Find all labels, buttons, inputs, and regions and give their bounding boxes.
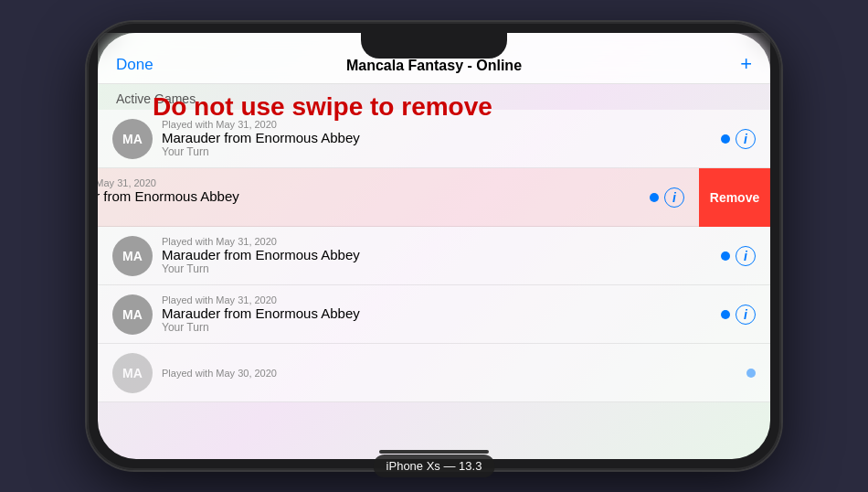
unread-indicator — [721, 310, 730, 319]
turn-label: Your Turn — [162, 262, 721, 275]
add-button[interactable]: + — [740, 54, 752, 74]
game-name: Marauder from Enormous Abbey — [162, 130, 721, 145]
game-name: Marauder from Enormous Abbey — [162, 247, 721, 262]
avatar-initials: MA — [122, 307, 143, 322]
avatar-initials: MA — [122, 366, 143, 380]
game-actions: i — [650, 187, 684, 208]
turn-label: Your Turn — [162, 145, 721, 158]
game-info: Played with May 30, 2020 — [162, 368, 746, 379]
iphone-frame: Done Mancala Fantasy - Online + Do not u… — [87, 22, 781, 470]
unread-indicator — [721, 134, 730, 144]
info-button[interactable]: i — [736, 129, 756, 149]
avatar-initials: MA — [122, 249, 143, 263]
avatar: MA — [112, 236, 153, 276]
played-with-label: Played with May 31, 2020 — [162, 119, 721, 130]
game-name: Marauder from Enormous Abbey — [162, 305, 721, 321]
remove-button[interactable]: Remove — [699, 168, 770, 227]
info-button[interactable]: i — [736, 246, 756, 266]
unread-indicator — [650, 193, 659, 202]
info-button[interactable]: i — [736, 305, 756, 325]
notch — [361, 33, 507, 59]
content-area: Do not use swipe to remove Active Games … — [98, 84, 770, 459]
nav-title: Mancala Fantasy - Online — [346, 58, 522, 74]
played-with-label: Played with May 31, 2020 — [162, 294, 721, 305]
played-with-label: Played with May 31, 2020 — [98, 177, 650, 188]
home-indicator — [379, 450, 489, 454]
played-with-label: Played with May 31, 2020 — [162, 236, 721, 247]
done-button[interactable]: Done — [116, 56, 153, 74]
avatar: MA — [112, 119, 153, 159]
game-name: Marauder from Enormous Abbey — [98, 188, 650, 204]
game-info: Played with May 31, 2020 Marauder from E… — [162, 294, 721, 334]
game-actions: i — [721, 246, 756, 266]
scene: Done Mancala Fantasy - Online + Do not u… — [0, 0, 868, 492]
game-row[interactable]: MA Played with May 31, 2020 Marauder fro… — [98, 285, 770, 344]
avatar: MA — [112, 294, 153, 335]
avatar: MA — [112, 353, 153, 393]
game-row[interactable]: MA Played with May 31, 2020 Marauder fro… — [98, 227, 770, 285]
unread-indicator — [746, 369, 756, 378]
played-with-label: Played with May 30, 2020 — [162, 368, 746, 379]
info-button[interactable]: i — [664, 187, 684, 208]
swipe-container: Played with May 31, 2020 Marauder from E… — [98, 168, 770, 227]
turn-label: Your Turn — [98, 204, 650, 217]
game-info: Played with May 31, 2020 Marauder from E… — [162, 236, 721, 275]
section-header: Active Games — [98, 84, 770, 110]
game-info: Played with May 31, 2020 Marauder from E… — [98, 177, 650, 217]
game-actions — [746, 369, 756, 378]
game-actions: i — [721, 129, 756, 149]
turn-label: Your Turn — [162, 321, 721, 334]
avatar-initials: MA — [122, 132, 143, 146]
iphone-screen: Done Mancala Fantasy - Online + Do not u… — [98, 33, 770, 459]
game-actions: i — [721, 305, 756, 325]
device-label: iPhone Xs — 13.3 — [374, 455, 495, 477]
game-row-partial[interactable]: MA Played with May 30, 2020 — [98, 344, 770, 402]
unread-indicator — [721, 251, 730, 261]
game-row[interactable]: MA Played with May 31, 2020 Marauder fro… — [98, 110, 770, 168]
game-info: Played with May 31, 2020 Marauder from E… — [162, 119, 721, 158]
game-row-swiped[interactable]: Played with May 31, 2020 Marauder from E… — [98, 168, 699, 227]
